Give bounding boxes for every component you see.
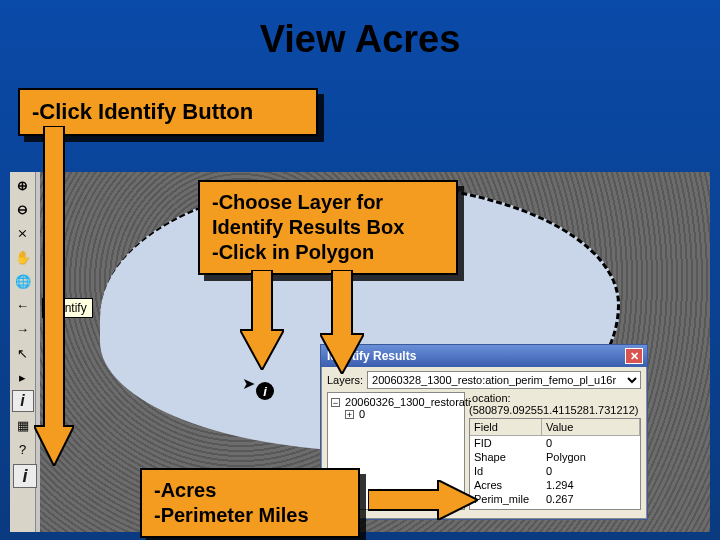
arrow-icon (34, 126, 74, 466)
col-value: Value (542, 419, 640, 435)
pan-button[interactable]: ✋ (12, 246, 34, 268)
cell-field: Acres (470, 478, 542, 492)
callout-line: -Acres (154, 478, 346, 503)
callout-line: Identify Results Box (212, 215, 444, 240)
tree-root[interactable]: − 20060326_1300_restorati (331, 396, 461, 408)
forward-button[interactable]: → (12, 318, 34, 340)
cell-field: Id (470, 464, 542, 478)
location-row: .ocation: (580879.092551.4115281.731212) (469, 392, 641, 416)
window-titlebar[interactable]: Identify Results ✕ (321, 345, 647, 367)
attribute-table: Field Value FID0 ShapePolygon Id0 Acres1… (469, 418, 641, 510)
back-button[interactable]: ← (12, 294, 34, 316)
arrow-icon (368, 480, 478, 520)
identify-button-large[interactable]: i (13, 464, 37, 488)
tree-toggle-icon[interactable]: − (331, 398, 340, 407)
full-extent-button[interactable]: 🌐 (12, 270, 34, 292)
layers-label: Layers: (327, 374, 363, 386)
arrow-icon (320, 270, 364, 374)
zoom-out-button[interactable]: ⊖ (12, 198, 34, 220)
select-button[interactable]: ↖ (12, 342, 34, 364)
table-row: Perim_mile0.267 (470, 492, 640, 506)
tree-child[interactable]: + 0 (331, 408, 461, 420)
cell-field: Perim_mile (470, 492, 542, 506)
tree-root-label: 20060326_1300_restorati (345, 396, 470, 408)
close-button[interactable]: ✕ (625, 348, 643, 364)
cursor-arrow-icon: ➤ (242, 374, 255, 393)
location-label: .ocation: (469, 392, 511, 404)
callout-line: -Click in Polygon (212, 240, 444, 265)
help-button[interactable]: ? (12, 438, 34, 460)
callout-text: -Click Identify Button (32, 99, 253, 124)
tree-child-label: 0 (359, 408, 365, 420)
pointer-button[interactable]: ▸ (12, 366, 34, 388)
table-row: FID0 (470, 436, 640, 450)
cell-value: Polygon (542, 450, 640, 464)
layers-select[interactable]: 20060328_1300_resto:ation_perim_femo_pl_… (367, 371, 641, 389)
cell-value: 0.267 (542, 492, 640, 506)
col-field: Field (470, 419, 542, 435)
table-row: Acres1.294 (470, 478, 640, 492)
callout-line: -Choose Layer for (212, 190, 444, 215)
cell-value: 1.294 (542, 478, 640, 492)
callout-acres: -Acres -Perimeter Miles (140, 468, 360, 538)
svg-marker-2 (320, 270, 364, 374)
arrow-icon (240, 270, 284, 370)
tree-toggle-icon[interactable]: + (345, 410, 354, 419)
close-icon: ✕ (630, 350, 639, 363)
slide-title: View Acres (0, 0, 720, 61)
svg-marker-0 (34, 126, 74, 466)
identify-button[interactable]: i (12, 390, 34, 412)
table-row: Id0 (470, 464, 640, 478)
table-row: ShapePolygon (470, 450, 640, 464)
cell-field: FID (470, 436, 542, 450)
callout-choose-layer: -Choose Layer for Identify Results Box -… (198, 180, 458, 275)
cell-value: 0 (542, 464, 640, 478)
svg-marker-1 (240, 270, 284, 370)
cell-value: 0 (542, 436, 640, 450)
xy-button[interactable]: ⨯ (12, 222, 34, 244)
zoom-in-button[interactable]: ⊕ (12, 174, 34, 196)
cell-field: Shape (470, 450, 542, 464)
location-value: (580879.092551.4115281.731212) (469, 404, 638, 416)
callout-line: -Perimeter Miles (154, 503, 346, 528)
find-button[interactable]: ▦ (12, 414, 34, 436)
identify-badge-icon: i (256, 382, 274, 400)
svg-marker-3 (368, 480, 478, 520)
